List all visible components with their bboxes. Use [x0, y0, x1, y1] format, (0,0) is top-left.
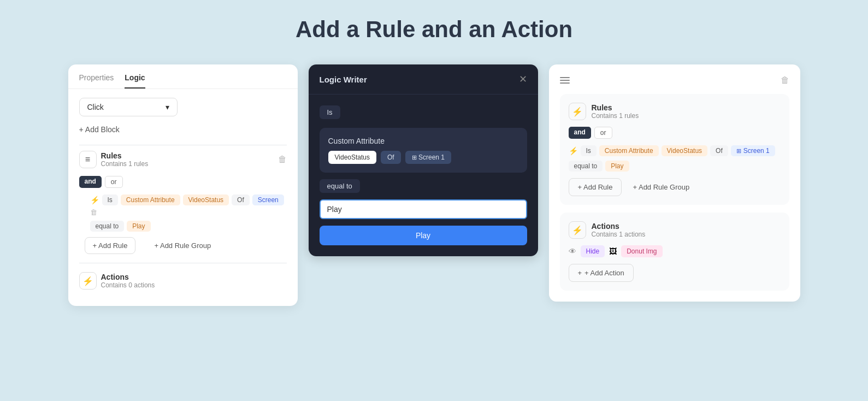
- dropdown-row: Click ▾: [79, 98, 287, 116]
- rule-row: ⚡ Is Custom Attribute VideoStatus Of Scr…: [79, 194, 287, 216]
- lw-option-of[interactable]: Of: [381, 151, 401, 164]
- add-rule-button[interactable]: + Add Rule: [85, 237, 136, 254]
- rp-rules-subtitle: Contains 1 rules: [592, 112, 639, 120]
- action-img-badge[interactable]: Donut Img: [621, 245, 662, 257]
- dropdown-arrow-icon: ▾: [166, 103, 169, 111]
- hide-icon: 👁: [569, 247, 576, 256]
- rp-custom-attr-badge[interactable]: Custom Attribute: [599, 145, 659, 156]
- add-block-label: + Add Block: [79, 125, 120, 134]
- add-rule-group-button[interactable]: + Add Rule Group: [146, 237, 219, 254]
- rp-of-badge: Of: [710, 145, 728, 156]
- lw-option-screen1[interactable]: ⊞ Screen 1: [405, 151, 451, 164]
- action-row: 👁 Hide 🖼 Donut Img: [569, 245, 781, 257]
- add-action-label: + Add Action: [584, 269, 624, 277]
- or-badge[interactable]: or: [105, 176, 123, 188]
- plus-icon: +: [578, 269, 582, 277]
- right-panel: 🗑 ⚡ Rules Contains 1 rules and or ⚡ Is C…: [549, 64, 800, 302]
- rule-lightning-icon: ⚡: [90, 196, 99, 204]
- lw-card-title: Custom Attribute: [328, 137, 518, 145]
- rules-block-info: Rules Contains 1 rules: [101, 151, 149, 168]
- hamburger-line-3: [560, 82, 570, 84]
- screen-small-icon: ⊞: [412, 154, 417, 161]
- add-block-button[interactable]: + Add Block: [79, 125, 287, 134]
- rp-delete-icon[interactable]: 🗑: [781, 75, 789, 85]
- rp-screen-icon: ⊞: [736, 148, 741, 155]
- rp-and-or-row: and or: [569, 127, 781, 139]
- rp-add-rule-group-label: + Add Rule Group: [633, 183, 689, 191]
- rp-add-rule-button[interactable]: + Add Rule: [569, 178, 622, 196]
- rp-add-rule-label: + Add Rule: [578, 183, 613, 191]
- img-icon: 🖼: [609, 247, 617, 256]
- rp-or-badge[interactable]: or: [594, 127, 612, 139]
- lw-title: Logic Writer: [320, 75, 367, 84]
- rp-screen-badge[interactable]: ⊞ Screen 1: [731, 145, 775, 156]
- rp-rule-row: ⚡ Is Custom Attribute VideoStatus Of ⊞ S…: [569, 145, 781, 156]
- rp-rules-block: ⚡ Rules Contains 1 rules and or ⚡ Is Cus…: [560, 94, 789, 205]
- and-or-row: and or: [79, 176, 287, 188]
- add-action-button[interactable]: + + Add Action: [569, 264, 634, 282]
- hamburger-icon: [560, 77, 570, 84]
- rp-rules-title: Rules: [592, 103, 639, 112]
- of-badge: Of: [232, 194, 250, 205]
- rules-block-left: ≡ Rules Contains 1 rules: [79, 151, 149, 168]
- page-title: Add a Rule and an Action: [296, 16, 572, 43]
- rp-actions-header: ⚡ Actions Contains 1 actions: [569, 221, 781, 239]
- lw-close-button[interactable]: ✕: [519, 73, 527, 85]
- rule-delete-icon[interactable]: 🗑: [90, 208, 97, 216]
- rp-rule-actions: + Add Rule + Add Rule Group: [569, 178, 781, 196]
- rp-is-badge[interactable]: Is: [581, 145, 597, 156]
- actions-block-info: Actions Contains 0 actions: [101, 273, 155, 289]
- play-badge[interactable]: Play: [127, 221, 150, 232]
- is-badge[interactable]: Is: [102, 194, 118, 205]
- actions-block-header: ⚡ Actions Contains 0 actions: [79, 272, 287, 290]
- rules-block-icon: ≡: [79, 151, 97, 168]
- and-badge[interactable]: and: [79, 176, 102, 188]
- rp-block-header: ⚡ Rules Contains 1 rules: [569, 103, 781, 120]
- actions-title: Actions: [101, 273, 155, 281]
- rp-rules-info: Rules Contains 1 rules: [592, 103, 639, 120]
- lw-equal-badge: equal to: [320, 179, 360, 193]
- rp-play-badge[interactable]: Play: [605, 161, 629, 172]
- rp-header: 🗑: [560, 75, 789, 85]
- lw-play-input[interactable]: [320, 199, 527, 219]
- rules-block-header: ≡ Rules Contains 1 rules 🗑: [79, 151, 287, 168]
- rp-add-rule-group-button[interactable]: + Add Rule Group: [633, 178, 689, 196]
- actions-block-icon: ⚡: [79, 272, 97, 290]
- rp-rules-icon: ⚡: [569, 103, 586, 120]
- rule-actions-row: + Add Rule + Add Rule Group: [79, 237, 287, 254]
- custom-attr-badge[interactable]: Custom Attribute: [121, 194, 180, 205]
- lw-play-button[interactable]: Play: [320, 226, 527, 245]
- section-divider: [79, 263, 287, 263]
- rp-video-status-badge[interactable]: VideoStatus: [662, 145, 708, 156]
- tab-properties[interactable]: Properties: [79, 73, 114, 89]
- equal-to-badge[interactable]: equal to: [90, 221, 125, 232]
- rule-equal-row: equal to Play: [79, 221, 287, 232]
- lw-body: Is Custom Attribute VideoStatus Of ⊞ Scr…: [309, 95, 538, 256]
- rp-actions-block: ⚡ Actions Contains 1 actions 👁 Hide 🖼 Do…: [560, 213, 789, 291]
- rp-equal-row: equal to Play: [569, 161, 781, 172]
- rp-and-badge[interactable]: and: [569, 127, 591, 139]
- panel-body: Click ▾ + Add Block ≡ Rules Contains 1 r…: [68, 89, 298, 306]
- rp-actions-title: Actions: [592, 222, 646, 231]
- hamburger-line-1: [560, 77, 570, 78]
- click-dropdown[interactable]: Click ▾: [79, 98, 178, 116]
- rules-subtitle: Contains 1 rules: [101, 160, 149, 168]
- video-status-badge[interactable]: VideoStatus: [183, 194, 229, 205]
- divider: [79, 145, 287, 145]
- hamburger-line-2: [560, 80, 570, 81]
- rp-equal-to-badge[interactable]: equal to: [569, 161, 603, 172]
- rules-title: Rules: [101, 151, 149, 160]
- action-hide-badge[interactable]: Hide: [581, 245, 605, 257]
- rp-actions-subtitle: Contains 1 actions: [592, 231, 646, 238]
- actions-block-left: ⚡ Actions Contains 0 actions: [79, 272, 155, 290]
- lw-options-row: VideoStatus Of ⊞ Screen 1: [328, 151, 518, 164]
- panels-container: Properties Logic Click ▾ + Add Block ≡: [25, 64, 844, 306]
- panel-tabs: Properties Logic: [68, 64, 298, 89]
- screen-badge[interactable]: Screen: [252, 194, 284, 205]
- tab-logic[interactable]: Logic: [125, 73, 145, 89]
- delete-icon[interactable]: 🗑: [278, 155, 287, 164]
- lw-option-videostatus[interactable]: VideoStatus: [328, 151, 377, 164]
- lw-header: Logic Writer ✕: [309, 64, 538, 95]
- rp-lightning-icon: ⚡: [569, 146, 578, 155]
- lw-custom-attr-card: Custom Attribute VideoStatus Of ⊞ Screen…: [320, 128, 527, 173]
